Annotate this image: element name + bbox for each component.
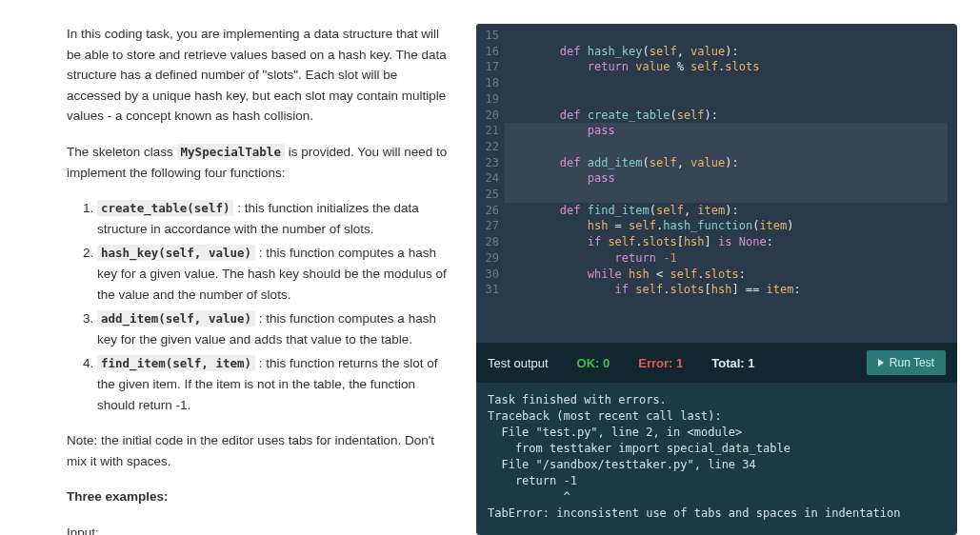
function-list-item: hash_key(self, value) : this function co… — [97, 243, 448, 305]
line-number: 15 — [476, 28, 499, 44]
code-line[interactable] — [505, 75, 957, 91]
test-bar: Test output OK: 0 Error: 1 Total: 1 Run … — [476, 343, 957, 383]
indentation-note: Note: the initial code in the editor use… — [67, 430, 448, 471]
code-editor[interactable]: 1516171819202122232425262728293031 def h… — [476, 24, 957, 343]
skeleton-class-name: MySpecialTable — [177, 144, 285, 160]
function-list-item: add_item(self, value) : this function co… — [97, 308, 448, 349]
code-line[interactable]: if self.slots[hsh] == item: — [505, 282, 957, 298]
line-number: 23 — [476, 155, 499, 171]
play-icon — [878, 359, 884, 367]
line-number: 19 — [476, 91, 499, 108]
code-line[interactable] — [505, 28, 957, 44]
test-output-label: Test output — [488, 356, 549, 370]
line-number: 17 — [476, 59, 499, 75]
code-lines[interactable]: def hash_key(self, value): return value … — [505, 24, 957, 343]
skeleton-prefix: The skeleton class — [67, 145, 177, 159]
line-number: 29 — [476, 250, 499, 267]
test-output-console[interactable]: Task finished with errors. Traceback (mo… — [476, 383, 957, 535]
code-line[interactable] — [505, 91, 957, 108]
code-line[interactable] — [505, 187, 957, 203]
line-number: 30 — [476, 267, 499, 283]
function-list: create_table(self) : this function initi… — [67, 198, 448, 415]
problem-description: In this coding task, you are implementin… — [10, 24, 476, 535]
code-line[interactable]: hsh = self.hash_function(item) — [505, 218, 957, 234]
function-signature: create_table(self) — [97, 200, 233, 216]
line-number: 25 — [476, 187, 499, 203]
line-number: 28 — [476, 234, 499, 250]
line-number: 16 — [476, 44, 499, 60]
line-number: 31 — [476, 282, 499, 298]
line-number: 20 — [476, 108, 499, 124]
code-line[interactable]: def hash_key(self, value): — [505, 44, 957, 60]
function-signature: find_item(self, item) — [97, 355, 255, 371]
line-number: 21 — [476, 123, 499, 139]
line-number: 27 — [476, 218, 499, 234]
code-line[interactable]: def find_item(self, item): — [505, 203, 957, 219]
ok-count: OK: 0 — [577, 356, 610, 370]
code-line[interactable]: return -1 — [505, 250, 957, 267]
skeleton-paragraph: The skeleton class MySpecialTable is pro… — [67, 142, 448, 183]
intro-paragraph: In this coding task, you are implementin… — [67, 24, 448, 127]
line-number: 24 — [476, 170, 499, 187]
run-test-button[interactable]: Run Test — [867, 350, 946, 375]
code-line[interactable] — [505, 139, 957, 155]
code-line[interactable]: def create_table(self): — [505, 108, 957, 124]
code-line[interactable]: if self.slots[hsh] is None: — [505, 234, 957, 250]
input-label: Input: — [67, 523, 448, 535]
code-line[interactable]: def add_item(self, value): — [505, 155, 957, 171]
code-line[interactable]: while hsh < self.slots: — [505, 267, 957, 283]
error-count: Error: 1 — [638, 356, 683, 370]
function-signature: hash_key(self, value) — [97, 245, 255, 261]
app-container: In this coding task, you are implementin… — [0, 0, 980, 535]
code-line[interactable]: pass — [505, 170, 957, 187]
code-line[interactable]: pass — [505, 123, 957, 139]
code-line[interactable]: return value % self.slots — [505, 59, 957, 75]
function-signature: add_item(self, value) — [97, 310, 255, 327]
run-test-label: Run Test — [890, 356, 934, 369]
line-number: 22 — [476, 139, 499, 155]
line-number: 18 — [476, 75, 499, 91]
examples-heading: Three examples: — [67, 486, 448, 507]
total-count: Total: 1 — [711, 356, 754, 370]
line-gutter: 1516171819202122232425262728293031 — [476, 24, 505, 343]
line-number: 26 — [476, 203, 499, 219]
function-list-item: create_table(self) : this function initi… — [97, 198, 448, 239]
right-panel: 1516171819202122232425262728293031 def h… — [476, 24, 957, 535]
function-list-item: find_item(self, item) : this function re… — [97, 353, 448, 415]
